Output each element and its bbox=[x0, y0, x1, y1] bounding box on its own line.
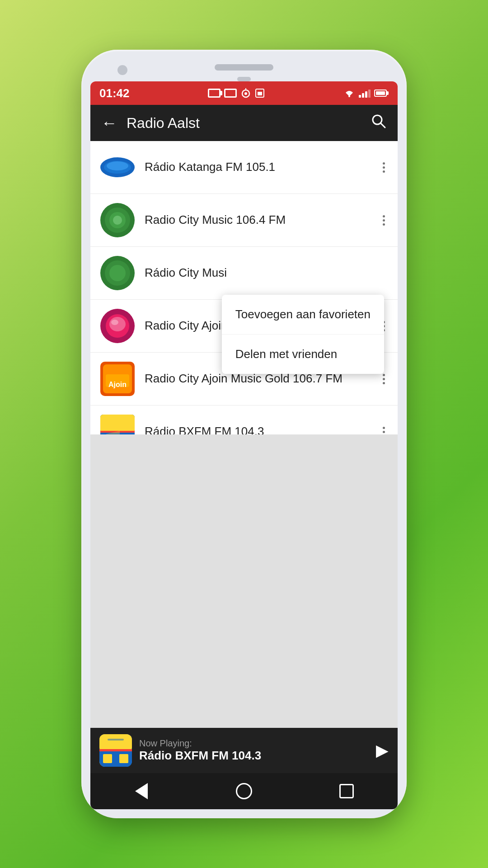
more-dot bbox=[383, 170, 385, 173]
more-dot bbox=[383, 374, 385, 376]
play-button[interactable]: ▶ bbox=[376, 741, 389, 760]
more-dot bbox=[383, 431, 385, 433]
now-playing-logo bbox=[99, 734, 132, 767]
svg-point-1 bbox=[244, 92, 247, 95]
gray-spacer bbox=[90, 434, 398, 728]
status-bar: 01:42 bbox=[90, 81, 398, 105]
wifi-icon bbox=[343, 88, 355, 98]
phone-top-bar bbox=[90, 59, 398, 74]
add-favorites-item[interactable]: Toevoegen aan favorieten bbox=[222, 295, 384, 335]
svg-text:Ajoin: Ajoin bbox=[108, 381, 127, 388]
nav-back-button[interactable] bbox=[130, 780, 153, 802]
more-dot bbox=[383, 382, 385, 384]
more-button-active[interactable] bbox=[379, 212, 389, 229]
svg-point-21 bbox=[111, 320, 118, 325]
more-dot bbox=[383, 215, 385, 217]
radio-logo-city-music bbox=[99, 202, 136, 238]
list-item[interactable]: Rádio City Musi bbox=[90, 247, 398, 300]
svg-rect-35 bbox=[119, 754, 128, 763]
sim2-icon bbox=[224, 89, 237, 98]
list-container: Rádio Katanga FM 105.1 Radi bbox=[90, 141, 398, 434]
phone-screen: 01:42 bbox=[90, 81, 398, 809]
svg-point-17 bbox=[109, 265, 126, 281]
radio-logo-city-music-2 bbox=[99, 255, 136, 291]
back-button[interactable]: ← bbox=[101, 113, 117, 132]
search-icon bbox=[371, 113, 387, 129]
svg-rect-4 bbox=[258, 92, 262, 95]
nav-bar bbox=[90, 773, 398, 809]
phone-btn bbox=[237, 77, 251, 81]
radio-logo-bxfm bbox=[99, 414, 136, 434]
svg-rect-32 bbox=[99, 734, 132, 750]
radio-logo-katanga bbox=[99, 149, 136, 185]
share-friends-item[interactable]: Delen met vrienden bbox=[222, 335, 384, 374]
radio-logo-gold: Ajoin bbox=[99, 361, 136, 397]
radio-name: Rádio BXFM FM 104.3 bbox=[145, 424, 379, 434]
sim-icon bbox=[208, 89, 221, 98]
camera-dot bbox=[117, 65, 127, 75]
svg-point-20 bbox=[109, 317, 126, 331]
now-playing-logo-inner bbox=[99, 734, 132, 767]
app-title: Radio Aalst bbox=[127, 115, 371, 132]
signal-icon bbox=[359, 89, 371, 98]
phone-shell: 01:42 bbox=[81, 50, 407, 818]
now-playing-label: Now Playing: bbox=[139, 738, 376, 749]
more-dot bbox=[383, 219, 385, 222]
app-bar: ← Radio Aalst bbox=[90, 105, 398, 141]
radio-name: Rádio Katanga FM 105.1 bbox=[145, 160, 379, 175]
home-circle-icon bbox=[236, 783, 252, 799]
status-right bbox=[343, 88, 389, 98]
svg-point-5 bbox=[348, 95, 350, 97]
speaker-bar bbox=[215, 64, 273, 71]
battery-icon bbox=[374, 90, 389, 97]
now-playing-text: Now Playing: Rádio BXFM FM 104.3 bbox=[139, 738, 376, 763]
more-button[interactable] bbox=[379, 159, 389, 176]
back-triangle-icon bbox=[135, 783, 148, 799]
svg-rect-27 bbox=[100, 415, 135, 433]
svg-point-14 bbox=[113, 216, 122, 225]
radio-icon bbox=[240, 88, 251, 98]
more-button[interactable] bbox=[379, 423, 389, 435]
svg-rect-36 bbox=[108, 739, 124, 741]
list-item[interactable]: Rádio Katanga FM 105.1 bbox=[90, 141, 398, 194]
radio-name: Radio City Music 106.4 FM bbox=[145, 212, 379, 228]
status-icons bbox=[208, 88, 265, 98]
nav-home-button[interactable] bbox=[233, 780, 255, 802]
more-dot bbox=[383, 427, 385, 429]
svg-line-7 bbox=[380, 123, 385, 127]
search-button[interactable] bbox=[371, 113, 387, 133]
more-dot bbox=[383, 378, 385, 380]
recents-square-icon bbox=[339, 784, 354, 798]
radio-logo-ajoin bbox=[99, 308, 136, 344]
more-dot bbox=[383, 223, 385, 226]
svg-rect-34 bbox=[103, 754, 112, 763]
nav-recents-button[interactable] bbox=[335, 780, 358, 802]
more-dot bbox=[383, 166, 385, 169]
svg-rect-33 bbox=[99, 749, 132, 751]
context-menu: Toevoegen aan favorieten Delen met vrien… bbox=[222, 295, 384, 374]
list-item[interactable]: Radio City Music 106.4 FM bbox=[90, 194, 398, 247]
radio-name: Rádio City Musi bbox=[145, 265, 389, 281]
list-item[interactable]: Rádio BXFM FM 104.3 bbox=[90, 406, 398, 434]
svg-point-10 bbox=[107, 161, 128, 170]
sim-card-icon bbox=[255, 88, 265, 98]
now-playing-title: Rádio BXFM FM 104.3 bbox=[139, 749, 376, 763]
status-time: 01:42 bbox=[99, 86, 130, 100]
now-playing-bar[interactable]: Now Playing: Rádio BXFM FM 104.3 ▶ bbox=[90, 728, 398, 773]
more-dot bbox=[383, 162, 385, 165]
